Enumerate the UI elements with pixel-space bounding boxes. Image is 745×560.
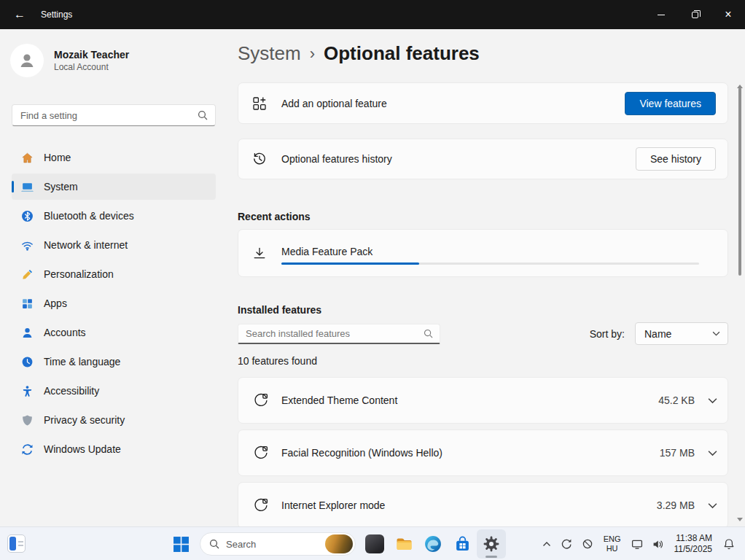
- sidebar-item-system[interactable]: System: [12, 174, 216, 200]
- sidebar-item-bluetooth-devices[interactable]: Bluetooth & devices: [12, 203, 216, 229]
- sidebar-item-personalization[interactable]: Personalization: [12, 261, 216, 287]
- recent-action-card: Media Feature Pack: [238, 229, 728, 277]
- bell-icon: [723, 538, 735, 550]
- shield-icon: [20, 413, 34, 427]
- sidebar-item-accounts[interactable]: Accounts: [12, 319, 216, 346]
- wifi-icon: [20, 238, 34, 252]
- sidebar-item-label: Accessibility: [44, 385, 99, 397]
- feature-size: 45.2 KB: [658, 394, 695, 406]
- minimize-icon: [658, 15, 665, 15]
- app-thumbnail-icon: [365, 534, 384, 553]
- installed-features-heading: Installed features: [238, 304, 321, 316]
- scrollbar-thumb[interactable]: [738, 88, 741, 276]
- minimize-button[interactable]: [644, 0, 678, 29]
- features-history-card: Optional features history See history: [238, 139, 728, 179]
- account-type: Local Account: [54, 62, 129, 72]
- file-explorer-button[interactable]: [389, 529, 418, 559]
- personalization-brush-icon: [20, 268, 34, 281]
- sort-selected-value: Name: [644, 328, 712, 340]
- scroll-down-arrow[interactable]: [737, 512, 743, 524]
- windows-logo-icon: [173, 536, 190, 553]
- see-history-button[interactable]: See history: [636, 147, 716, 171]
- feature-component-icon: [252, 497, 270, 513]
- ethernet-monitor-icon: [631, 539, 643, 550]
- sidebar-item-network-internet[interactable]: Network & internet: [12, 232, 216, 258]
- chevron-down-icon: [712, 331, 720, 336]
- breadcrumb-parent[interactable]: System: [238, 42, 301, 65]
- feature-row[interactable]: Facial Recognition (Windows Hello) 157 M…: [238, 429, 728, 476]
- sort-dropdown[interactable]: Name: [635, 322, 728, 345]
- page-title: Optional features: [324, 42, 480, 65]
- settings-search-input[interactable]: [12, 110, 198, 121]
- taskbar-search[interactable]: Search: [200, 532, 356, 556]
- microsoft-store-button[interactable]: [448, 529, 477, 559]
- edge-icon: [424, 535, 442, 553]
- edge-button[interactable]: [418, 529, 448, 559]
- card-label: Add an optional feature: [281, 98, 387, 109]
- sync-arrows-icon: [561, 538, 572, 550]
- sidebar-item-time-language[interactable]: Time & language: [12, 349, 216, 375]
- taskbar: Search ENG HU: [0, 526, 745, 560]
- restore-button[interactable]: [678, 0, 711, 29]
- search-highlight-image[interactable]: [325, 534, 353, 553]
- sidebar-item-label: Bluetooth & devices: [44, 210, 134, 222]
- feature-size: 157 MB: [660, 447, 695, 459]
- scrollbar[interactable]: [736, 79, 744, 524]
- sidebar-item-home[interactable]: Home: [12, 144, 216, 171]
- apps-grid-icon: [20, 297, 34, 310]
- store-bag-icon: [454, 536, 471, 553]
- date-text: 11/5/2025: [674, 544, 713, 555]
- sidebar-item-windows-update[interactable]: Windows Update: [12, 436, 216, 462]
- taskbar-app-dark-icon[interactable]: [360, 529, 389, 559]
- system-icon: [20, 180, 34, 193]
- feature-row[interactable]: Internet Explorer mode 3.29 MB: [238, 482, 728, 526]
- back-button[interactable]: ←: [7, 3, 32, 26]
- chevron-down-icon: [708, 450, 717, 456]
- installed-search-box[interactable]: [238, 324, 440, 344]
- tray-blocked-button[interactable]: [577, 530, 598, 558]
- settings-app-button[interactable]: [477, 529, 506, 559]
- installed-search-input[interactable]: [238, 328, 424, 339]
- sort-by-label: Sort by:: [590, 323, 625, 345]
- feature-row[interactable]: Extended Theme Content 45.2 KB: [238, 377, 728, 424]
- feature-size: 3.29 MB: [657, 499, 695, 511]
- chevron-up-icon: [542, 541, 551, 547]
- sidebar-nav: Home System Bluetooth & devices Network …: [12, 144, 216, 465]
- feature-component-icon: [252, 392, 270, 408]
- expand-button[interactable]: [708, 450, 717, 456]
- view-features-button[interactable]: View features: [625, 92, 716, 115]
- sidebar-item-label: Accounts: [44, 327, 86, 338]
- feature-name: Facial Recognition (Windows Hello): [281, 447, 442, 459]
- widgets-icon[interactable]: [7, 534, 26, 553]
- sidebar-item-label: Home: [44, 152, 71, 163]
- search-icon: [198, 110, 208, 120]
- installing-feature-name: Media Feature Pack: [281, 246, 372, 257]
- expand-button[interactable]: [708, 397, 717, 404]
- account-block[interactable]: Mozaik Teacher Local Account: [10, 44, 129, 77]
- progress-fill: [281, 262, 419, 265]
- sidebar-item-label: Apps: [44, 298, 67, 309]
- breadcrumb: System › Optional features: [238, 42, 480, 65]
- window-controls: ×: [644, 0, 745, 29]
- settings-search-box[interactable]: [12, 104, 216, 126]
- start-button[interactable]: [166, 529, 195, 559]
- search-icon: [424, 329, 433, 338]
- expand-button[interactable]: [708, 502, 717, 509]
- network-button[interactable]: [627, 530, 647, 558]
- sidebar-item-accessibility[interactable]: Accessibility: [12, 378, 216, 404]
- download-icon: [252, 246, 267, 263]
- breadcrumb-separator: ›: [310, 44, 315, 63]
- volume-button[interactable]: [648, 530, 668, 558]
- close-button[interactable]: ×: [711, 0, 745, 29]
- notifications-button[interactable]: [719, 530, 739, 558]
- language-indicator[interactable]: ENG HU: [598, 534, 626, 553]
- sidebar-item-apps[interactable]: Apps: [12, 290, 216, 316]
- feature-name: Internet Explorer mode: [281, 499, 385, 511]
- sidebar: Mozaik Teacher Local Account Home System…: [0, 29, 227, 526]
- tray-sync-button[interactable]: [556, 530, 577, 558]
- hidden-icons-button[interactable]: [538, 530, 555, 558]
- sidebar-item-label: Windows Update: [44, 443, 121, 455]
- sidebar-item-privacy-security[interactable]: Privacy & security: [12, 407, 216, 433]
- taskbar-search-label: Search: [226, 539, 319, 550]
- clock[interactable]: 11:38 AM 11/5/2025: [668, 533, 719, 555]
